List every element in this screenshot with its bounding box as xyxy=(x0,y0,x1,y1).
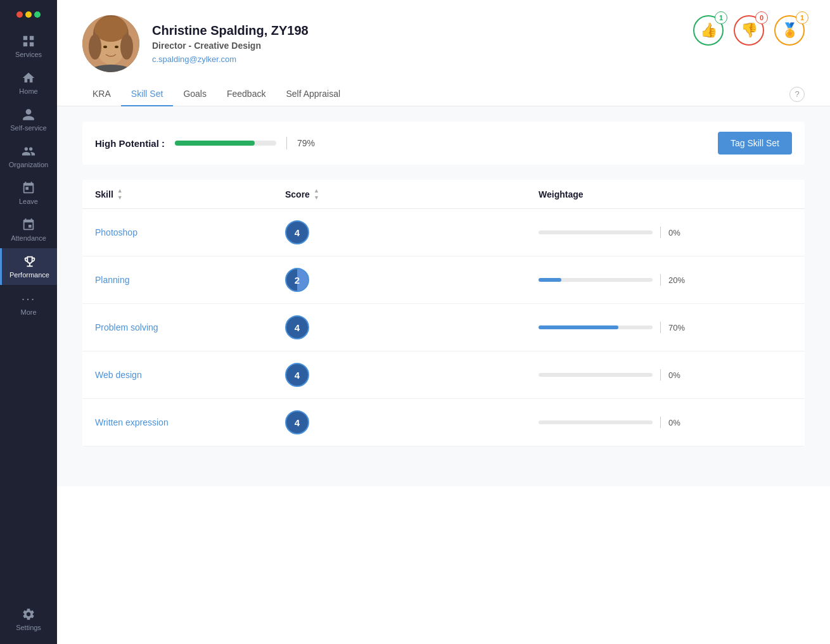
badge-thumbsdown: 0 👎 xyxy=(734,15,764,46)
score-badge-web-design: 4 xyxy=(285,363,309,387)
skill-name-web-design[interactable]: Web design xyxy=(95,370,285,380)
weight-percent-planning: 20% xyxy=(668,275,691,285)
content-area: Christine Spalding, ZY198 Director - Cre… xyxy=(57,0,830,644)
weight-bar-problem-solving xyxy=(539,325,653,329)
tab-skillset[interactable]: Skill Set xyxy=(121,82,174,106)
weight-bar-web-design xyxy=(539,373,653,377)
high-potential-label: High Potential : xyxy=(95,138,165,149)
tag-skill-set-button[interactable]: Tag Skill Set xyxy=(718,132,792,155)
more-dots-icon: ··· xyxy=(22,291,36,306)
sidebar-item-attendance[interactable]: Attendance xyxy=(0,212,57,248)
table-row: Web design 4 0% xyxy=(82,351,805,399)
profile-name: Christine Spalding, ZY198 xyxy=(152,23,309,38)
profile-role: Director - Creative Design xyxy=(152,41,309,51)
weightage-photoshop: 0% xyxy=(539,227,792,238)
sidebar-label-performance: Performance xyxy=(10,271,49,279)
weightage-planning: 20% xyxy=(539,274,792,286)
skill-table: Skill ▲▼ Score ▲▼ Weightage xyxy=(82,180,805,446)
tabs-bar: KRA Skill Set Goals Feedback Self Apprai… xyxy=(57,72,830,106)
profile-left: Christine Spalding, ZY198 Director - Cre… xyxy=(82,15,309,72)
table-row: Photoshop 4 0% xyxy=(82,209,805,256)
tab-selfappraisal[interactable]: Self Appraisal xyxy=(276,82,350,106)
org-icon xyxy=(22,144,35,158)
help-icon[interactable]: ? xyxy=(789,87,805,102)
sidebar-label-settings: Settings xyxy=(16,624,41,631)
table-row: Planning 2 20% xyxy=(82,256,805,304)
app-logo xyxy=(16,6,41,23)
sidebar-item-organization[interactable]: Organization xyxy=(0,138,57,175)
sidebar-label-home: Home xyxy=(19,87,37,95)
logo-dot-red xyxy=(16,11,23,18)
weightage-written-expression: 0% xyxy=(539,417,792,428)
skillset-content: High Potential : 79% Tag Skill Set Skill… xyxy=(57,106,830,486)
skill-name-planning[interactable]: Planning xyxy=(95,275,285,285)
score-badge-planning: 2 xyxy=(285,268,309,292)
skill-name-written-expression[interactable]: Written expression xyxy=(95,417,285,427)
weight-percent-problem-solving: 70% xyxy=(668,323,691,332)
sidebar-item-more[interactable]: ··· More xyxy=(0,285,57,322)
high-potential-bar xyxy=(175,141,276,146)
main-content: Christine Spalding, ZY198 Director - Cre… xyxy=(57,0,830,644)
sidebar-item-self-service[interactable]: Self-service xyxy=(0,101,57,138)
sidebar-label-more: More xyxy=(20,308,36,316)
badge-thumbsup: 1 👍 xyxy=(693,15,724,46)
profile-email[interactable]: c.spalding@zylker.com xyxy=(152,54,309,64)
weight-percent-photoshop: 0% xyxy=(668,228,691,237)
sidebar-label-organization: Organization xyxy=(9,161,48,168)
svg-point-8 xyxy=(103,46,107,48)
score-badge-photoshop: 4 xyxy=(285,220,309,244)
avatar-image xyxy=(82,15,139,72)
table-row: Written expression 4 0% xyxy=(82,399,805,446)
sort-arrows-score[interactable]: ▲▼ xyxy=(314,187,319,201)
tab-feedback[interactable]: Feedback xyxy=(217,82,276,106)
leave-icon xyxy=(22,181,35,195)
sidebar-item-performance[interactable]: Performance xyxy=(0,248,57,285)
profile-department: Creative Design xyxy=(194,41,261,51)
home-icon xyxy=(22,71,35,85)
sort-arrows-skill[interactable]: ▲▼ xyxy=(117,187,123,201)
sidebar-item-leave[interactable]: Leave xyxy=(0,175,57,212)
weightage-web-design: 0% xyxy=(539,369,792,381)
col-header-score: Score ▲▼ xyxy=(285,187,539,201)
badge-thumbsdown-count: 0 xyxy=(755,11,768,24)
table-header: Skill ▲▼ Score ▲▼ Weightage xyxy=(82,180,805,209)
score-badge-problem-solving: 4 xyxy=(285,315,309,339)
high-potential-fill xyxy=(175,141,255,146)
hp-divider xyxy=(286,137,287,149)
svg-point-4 xyxy=(89,34,101,60)
svg-point-5 xyxy=(120,34,133,60)
weight-bar-photoshop xyxy=(539,230,653,234)
svg-point-9 xyxy=(115,46,118,48)
tab-kra[interactable]: KRA xyxy=(82,82,121,106)
skill-name-problem-solving[interactable]: Problem solving xyxy=(95,322,285,332)
attendance-icon xyxy=(22,218,35,232)
sidebar-label-attendance: Attendance xyxy=(11,234,46,242)
badge-thumbsup-count: 1 xyxy=(715,11,727,24)
logo-dot-green xyxy=(34,11,41,18)
profile-header: Christine Spalding, ZY198 Director - Cre… xyxy=(57,0,830,72)
sidebar: Services Home Self-service Organization … xyxy=(0,0,57,644)
badge-award-count: 1 xyxy=(796,11,808,24)
logo-dot-yellow xyxy=(25,11,32,18)
profile-badges: 1 👍 0 👎 1 🏅 xyxy=(693,15,805,46)
high-potential-row: High Potential : 79% Tag Skill Set xyxy=(82,122,805,165)
profile-info: Christine Spalding, ZY198 Director - Cre… xyxy=(152,23,309,64)
score-badge-written-expression: 4 xyxy=(285,410,309,434)
weight-bar-written-expression xyxy=(539,420,653,424)
sidebar-label-self-service: Self-service xyxy=(10,124,46,132)
profile-role-title: Director xyxy=(152,41,186,51)
person-icon xyxy=(22,108,35,122)
sidebar-item-home[interactable]: Home xyxy=(0,65,57,101)
weightage-problem-solving: 70% xyxy=(539,322,792,333)
sidebar-item-settings[interactable]: Settings xyxy=(0,601,57,638)
sidebar-label-leave: Leave xyxy=(19,198,38,205)
sidebar-item-services[interactable]: Services xyxy=(0,28,57,65)
tab-goals[interactable]: Goals xyxy=(173,82,217,106)
gear-icon xyxy=(22,607,35,621)
high-potential-percent: 79% xyxy=(297,138,315,148)
trophy-icon xyxy=(23,255,37,268)
skill-name-photoshop[interactable]: Photoshop xyxy=(95,227,285,237)
col-header-skill: Skill ▲▼ xyxy=(95,187,285,201)
weight-bar-planning xyxy=(539,278,653,282)
badge-award: 1 🏅 xyxy=(774,15,805,46)
